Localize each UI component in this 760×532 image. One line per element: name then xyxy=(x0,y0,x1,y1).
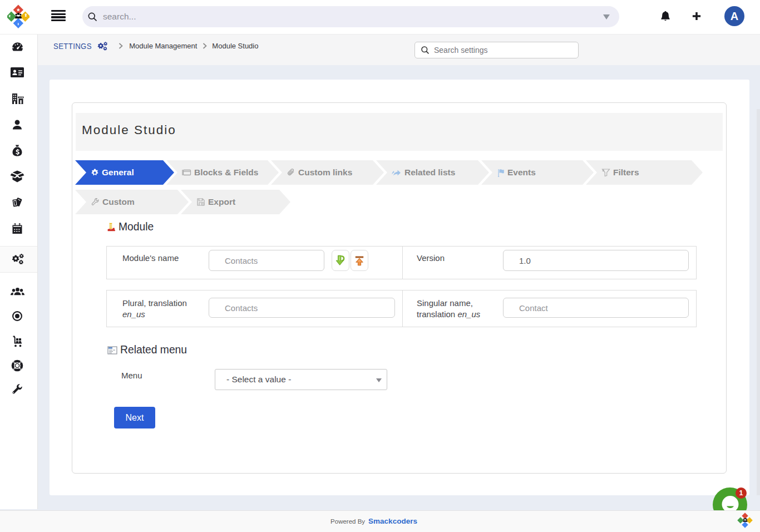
sidebar-item-settings[interactable] xyxy=(0,246,37,273)
footer: Powered BySmackcoders xyxy=(0,510,760,532)
plural-input[interactable]: Contacts xyxy=(209,298,395,318)
search-dropdown-caret-icon[interactable] xyxy=(603,14,610,19)
footer-logo-icon xyxy=(737,512,754,529)
next-button[interactable]: Next xyxy=(114,407,155,428)
tab-label: Filters xyxy=(613,168,639,178)
related-menu-section-title: Related menu xyxy=(120,344,187,356)
breadcrumb-chevron-icon xyxy=(203,43,207,49)
page-title: Module Studio xyxy=(82,123,176,137)
tab-filters[interactable]: Filters xyxy=(586,160,703,185)
tabs-row-1: General Blocks & Fields Custom links Rel… xyxy=(75,160,703,185)
menu-field-label: Menu xyxy=(121,371,142,380)
wrench-icon xyxy=(11,383,24,396)
sidebar-item-leads[interactable] xyxy=(0,112,37,137)
sidebar-item-purchases[interactable] xyxy=(0,328,37,354)
smackcoders-link[interactable]: Smackcoders xyxy=(368,517,417,525)
module-section-title: Module xyxy=(119,221,154,233)
tab-label: Blocks & Fields xyxy=(194,168,258,178)
breadcrumb-item-module-studio[interactable]: Module Studio xyxy=(212,42,258,50)
tab-events[interactable]: Events xyxy=(481,160,594,185)
tab-blocks-fields[interactable]: Blocks & Fields xyxy=(166,160,279,185)
save-disk-icon xyxy=(196,198,205,206)
page-scrollbar[interactable] xyxy=(757,109,760,495)
export-module-button[interactable] xyxy=(351,250,368,271)
app-logo-icon[interactable] xyxy=(7,4,29,29)
breadcrumb-strip: SETTINGS Module Management Module Studio… xyxy=(38,35,760,65)
life-ring-icon xyxy=(11,359,24,372)
tab-related-lists[interactable]: Related lists xyxy=(376,160,489,185)
sidebar-item-calendar[interactable] xyxy=(0,216,37,242)
powered-by-text: Powered BySmackcoders xyxy=(0,517,748,525)
row-cell-left: Plural, translation en_us Contacts xyxy=(107,290,403,327)
sidebar-item-dashboard[interactable] xyxy=(0,34,37,60)
related-menu-section-header: Related menu xyxy=(107,344,187,356)
singular-label: Singular name, translation en_us xyxy=(417,298,488,320)
user-avatar[interactable]: A xyxy=(724,6,744,26)
module-name-input[interactable]: Contacts xyxy=(209,250,324,271)
tab-label: Custom xyxy=(102,197,135,207)
row-cell-left: Module's name Contacts xyxy=(107,247,403,279)
sidebar-item-support[interactable] xyxy=(0,353,37,378)
sidebar-item-contacts[interactable] xyxy=(0,60,37,85)
blocks-icon xyxy=(182,169,191,176)
tab-label: Custom links xyxy=(298,168,352,178)
notifications-bell-icon[interactable] xyxy=(660,10,671,22)
module-name-label: Module's name xyxy=(122,253,193,263)
open-box-icon xyxy=(10,170,24,183)
sidebar-item-invoices[interactable] xyxy=(0,190,37,215)
tab-custom[interactable]: Custom xyxy=(75,190,189,214)
sidebar-item-products[interactable] xyxy=(0,164,37,189)
plural-label-lang: en_us xyxy=(122,309,145,319)
settings-search-input[interactable]: Search settings xyxy=(414,42,579,58)
breadcrumb-settings-link[interactable]: SETTINGS xyxy=(53,41,92,51)
search-icon xyxy=(421,46,430,55)
row-cell-right: Singular name, translation en_us Contact xyxy=(403,290,696,327)
version-input[interactable]: 1.0 xyxy=(503,250,689,271)
tab-export[interactable]: Export xyxy=(181,190,290,214)
topbar: search... A xyxy=(0,0,760,35)
sidebar-item-opportunities[interactable] xyxy=(0,137,37,163)
singular-input[interactable]: Contact xyxy=(503,298,689,318)
select-caret-icon xyxy=(376,378,382,382)
version-label: Version xyxy=(417,253,488,263)
money-bag-icon xyxy=(11,144,23,157)
users-group-icon xyxy=(10,285,25,298)
wrench-small-icon xyxy=(91,198,100,206)
sidebar-item-users[interactable] xyxy=(0,279,37,304)
tab-general[interactable]: General xyxy=(75,160,174,185)
tabs-row-2: Custom Export xyxy=(75,190,290,214)
person-icon xyxy=(11,118,24,131)
plural-label: Plural, translation en_us xyxy=(122,298,209,320)
tickets-icon xyxy=(11,196,24,209)
cart-trolley-icon xyxy=(11,334,24,348)
contact-card-icon xyxy=(10,66,24,78)
tab-label: General xyxy=(102,168,134,178)
menu-toggle-icon[interactable] xyxy=(51,10,66,22)
breadcrumb-item-module-management[interactable]: Module Management xyxy=(129,42,197,50)
share-arrow-icon xyxy=(392,169,402,176)
menu-select[interactable]: - Select a value - xyxy=(215,369,387,390)
content-panel: Module Studio General Blocks & Fields xyxy=(50,80,749,495)
sidebar-item-organizations[interactable] xyxy=(0,86,37,111)
settings-gears-icon xyxy=(96,41,108,51)
breadcrumb-chevron-icon xyxy=(119,43,123,49)
building-icon xyxy=(11,92,24,105)
add-new-plus-icon[interactable] xyxy=(692,12,701,21)
gears-icon xyxy=(10,253,25,266)
calendar-icon xyxy=(11,222,24,235)
tab-custom-links[interactable]: Custom links xyxy=(271,160,384,185)
module-name-version-row: Module's name Contacts xyxy=(106,246,697,279)
sidebar-item-tools[interactable] xyxy=(0,377,37,402)
menu-select-value: - Select a value - xyxy=(226,375,291,385)
singular-label-lang: en_us xyxy=(457,309,480,319)
row-cell-right: Version 1.0 xyxy=(403,247,696,279)
funnel-icon xyxy=(601,168,610,177)
paperclip-icon xyxy=(287,168,295,177)
plural-singular-row: Plural, translation en_us Contacts Singu… xyxy=(106,290,697,327)
tab-label: Export xyxy=(208,197,235,207)
import-module-button[interactable] xyxy=(332,250,349,271)
record-circle-icon xyxy=(11,309,24,323)
sidebar-item-records[interactable] xyxy=(0,303,37,329)
green-down-arrow-icon xyxy=(335,254,346,267)
global-search-input[interactable]: search... xyxy=(82,6,619,27)
